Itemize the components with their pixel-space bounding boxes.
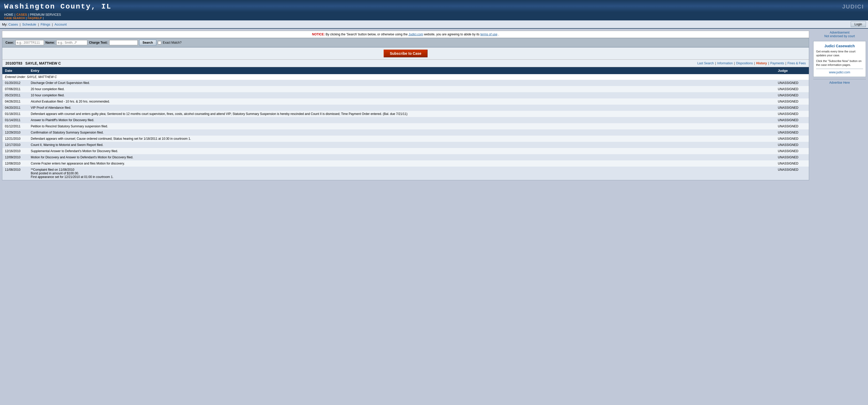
sub-nav: CASE SEARCH | FAQ/HELP | <box>4 17 864 20</box>
col-header-date: Date <box>2 67 28 74</box>
table-row: 12/16/2010Supplemental Answer to Defenda… <box>2 148 809 154</box>
cell-date: 12/17/2010 <box>2 142 28 148</box>
casewatch-desc: Get emails every time the court updates … <box>816 50 863 58</box>
search-bar: Case: Name: Charge Text: Search Exact Ma… <box>2 38 809 47</box>
ad-link[interactable]: Advertisement Not endorsed by court <box>824 31 855 38</box>
cell-judge: UNASSIGNED <box>775 123 809 129</box>
case-nav-payments[interactable]: Payments <box>770 61 784 65</box>
charge-input[interactable] <box>109 40 138 45</box>
table-row: 01/18/2011Defendant appears with counsel… <box>2 111 809 117</box>
my-bar: My: Cases | Schedule | Filings | Account… <box>0 21 868 29</box>
casewatch-title: Judici Casewatch <box>816 44 863 48</box>
cell-date: 12/21/2010 <box>2 135 28 142</box>
notice-text: By clicking the 'Search' button below, o… <box>326 33 409 36</box>
cell-date: 11/08/2010 <box>2 166 28 180</box>
cell-judge: UNASSIGNED <box>775 86 809 92</box>
subscribe-row: Subscribe to Case <box>2 48 809 60</box>
notice-end: . <box>498 33 499 36</box>
cell-entry: Defendant appears with counsel; Cause or… <box>28 135 775 142</box>
cell-entry: Count II, Warning to Motorist and Sworn … <box>28 142 775 148</box>
casewatch-action: Click the "Subscribe Now" button on the … <box>816 59 863 67</box>
table-row: 05/23/201110 hour completion filed.UNASS… <box>2 92 809 98</box>
history-table: Date Entry Judge Entered Under: SAYLE, M… <box>2 67 809 180</box>
nav-premium[interactable]: PREMIUM SERVICES <box>30 13 61 17</box>
search-button[interactable]: Search <box>139 40 156 45</box>
my-links: My: Cases | Schedule | Filings | Account <box>2 23 67 26</box>
case-id: 2010DT83 <box>5 61 22 65</box>
main-wrapper: NOTICE: By clicking the 'Search' button … <box>0 29 868 182</box>
cell-judge: UNASSIGNED <box>775 92 809 98</box>
cell-date: 01/18/2011 <box>2 111 28 117</box>
cell-judge: UNASSIGNED <box>775 117 809 123</box>
cell-entry: Defendant appears with counsel and enter… <box>28 111 775 117</box>
case-nav-information[interactable]: Information <box>717 61 733 65</box>
table-row: 07/06/201120 hour completion filed.UNASS… <box>2 86 809 92</box>
notice-text2: website, you are agreeing to abide by it… <box>424 33 480 36</box>
terms-link[interactable]: terms of use <box>480 33 497 36</box>
table-row: 01/20/2012Discharge Order of Court Super… <box>2 80 809 86</box>
name-input[interactable] <box>56 40 87 45</box>
cell-date: 12/16/2010 <box>2 148 28 154</box>
table-row: 04/26/2011Alcohol Evaluation filed - 10 … <box>2 98 809 104</box>
ad-box: Advertisement Not endorsed by court <box>813 31 866 38</box>
main-nav: HOME | CASES | PREMIUM SERVICES <box>4 13 864 17</box>
casewatch-url[interactable]: www.judici.com <box>816 70 863 74</box>
nav-home[interactable]: HOME <box>4 13 13 17</box>
col-header-entry: Entry <box>28 67 775 74</box>
case-input[interactable] <box>16 40 44 45</box>
cell-judge: UNASSIGNED <box>775 160 809 166</box>
my-label: My: <box>2 23 7 26</box>
cell-date: 01/12/2011 <box>2 123 28 129</box>
cell-judge: UNASSIGNED <box>775 80 809 86</box>
cell-date: 01/14/2011 <box>2 117 28 123</box>
cell-date: 12/08/2010 <box>2 160 28 166</box>
case-nav-dispositions[interactable]: Dispositions <box>736 61 753 65</box>
sub-nav-case-search[interactable]: CASE SEARCH <box>4 17 25 20</box>
cell-date: 04/26/2011 <box>2 98 28 104</box>
header: Washington County, IL JUDICI <box>0 0 868 12</box>
table-row: 11/08/2010**Complaint filed on 11/08/201… <box>2 166 809 180</box>
cell-entry: Discharge Order of Court Supervision fil… <box>28 80 775 86</box>
cell-entry: Confirmation of Statutory Summary Suspen… <box>28 129 775 135</box>
my-cases[interactable]: Cases <box>8 23 18 26</box>
case-label: Case: <box>5 41 14 44</box>
cell-judge: UNASSIGNED <box>775 129 809 135</box>
cell-entry: 20 hour completion filed. <box>28 86 775 92</box>
cell-entry: Motion for Discovery and Answer to Defen… <box>28 154 775 160</box>
advertise-link[interactable]: Advertise Here <box>813 81 866 85</box>
cell-entry: Alcohol Evaluation filed - 10 hrs. & 20 … <box>28 98 775 104</box>
table-body: Entered Under: SAYLE, MATTHEW C01/20/201… <box>2 74 809 180</box>
notice-bar: NOTICE: By clicking the 'Search' button … <box>2 31 809 38</box>
my-filings[interactable]: Filings <box>40 23 51 26</box>
cell-judge: UNASSIGNED <box>775 111 809 117</box>
nav-bar: HOME | CASES | PREMIUM SERVICES CASE SEA… <box>0 12 868 21</box>
cell-entry: **Complaint filed on 11/08/2010Bond post… <box>28 166 775 180</box>
login-button[interactable]: Login <box>851 22 866 27</box>
exact-match-checkbox[interactable] <box>158 41 161 44</box>
case-nav-history[interactable]: History <box>756 61 767 65</box>
subscribe-button[interactable]: Subscribe to Case <box>383 50 428 57</box>
case-container: Subscribe to Case 2010DT83 SAYLE, MATTHE… <box>2 47 809 180</box>
cell-judge: UNASSIGNED <box>775 154 809 160</box>
case-name: SAYLE, MATTHEW C <box>25 61 61 65</box>
cell-judge: UNASSIGNED <box>775 98 809 104</box>
my-schedule[interactable]: Schedule <box>22 23 36 26</box>
nav-cases[interactable]: CASES <box>16 13 27 17</box>
cell-judge: UNASSIGNED <box>775 142 809 148</box>
table-row: 12/08/2010Connie Frazier enters her appe… <box>2 160 809 166</box>
cell-judge: UNASSIGNED <box>775 104 809 111</box>
exact-match-label: Exact Match? <box>163 41 182 44</box>
entered-under-cell: Entered Under: SAYLE, MATTHEW C <box>2 74 809 80</box>
cell-date: 12/09/2010 <box>2 154 28 160</box>
judici-link[interactable]: Judici.com <box>408 33 423 36</box>
case-nav-last-search[interactable]: Last Search <box>697 61 714 65</box>
my-account[interactable]: Account <box>55 23 67 26</box>
center-content: NOTICE: By clicking the 'Search' button … <box>0 29 811 182</box>
cell-judge: UNASSIGNED <box>775 148 809 154</box>
table-row: 12/21/2010Defendant appears with counsel… <box>2 135 809 142</box>
case-nav-fines-fees[interactable]: Fines & Fees <box>787 61 806 65</box>
sub-nav-faq[interactable]: FAQ/HELP <box>28 17 42 20</box>
notice-label: NOTICE: <box>312 33 325 36</box>
table-row: 01/14/2011Answer to Plaintiff's Motion f… <box>2 117 809 123</box>
name-label: Name: <box>45 41 55 44</box>
